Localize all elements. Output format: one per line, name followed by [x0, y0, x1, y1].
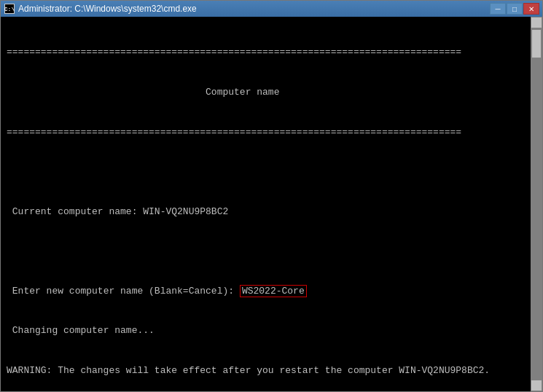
scroll-down-button[interactable]: ▼	[531, 380, 542, 391]
title-bar: C:\ Administrator: C:\Windows\system32\c…	[1, 1, 542, 17]
cmd-window: C:\ Administrator: C:\Windows\system32\c…	[0, 0, 543, 392]
title-bar-left: C:\ Administrator: C:\Windows\system32\c…	[4, 3, 197, 15]
minimize-button[interactable]: ─	[490, 3, 506, 15]
header-line: Computer name	[7, 86, 536, 99]
header-text: Computer name	[206, 87, 279, 98]
current-name-line: Current computer name: WIN-VQ2NU9P8BC2	[7, 205, 536, 219]
scrollbar-thumb[interactable]	[531, 29, 542, 58]
scroll-up-button[interactable]: ▲	[531, 17, 542, 28]
separator-bottom: ========================================…	[7, 126, 536, 139]
blank-line-2	[7, 245, 536, 258]
warning-text: WARNING: The changes will take effect af…	[7, 365, 490, 376]
window-title: Administrator: C:\Windows\system32\cmd.e…	[18, 4, 197, 14]
scrollbar-track[interactable]	[531, 28, 542, 380]
prompt-label: Enter new computer name (Blank=Cancel):	[12, 286, 240, 297]
cmd-icon-symbol: C:\	[4, 4, 15, 14]
separator-top: ========================================…	[7, 46, 536, 59]
title-bar-controls: ─ □ ✕	[490, 3, 539, 15]
computer-name-input[interactable]: WS2022-Core	[240, 285, 307, 297]
terminal-area[interactable]: ========================================…	[1, 17, 542, 391]
blank-line	[7, 165, 536, 179]
scrollbar[interactable]: ▲ ▼	[531, 17, 542, 391]
changing-line: Changing computer name...	[7, 324, 536, 337]
terminal-content: ========================================…	[7, 20, 536, 391]
changing-text: Changing computer name...	[12, 325, 155, 336]
warning-line: WARNING: The changes will take effect af…	[7, 364, 536, 377]
prompt-line: Enter new computer name (Blank=Cancel): …	[7, 285, 536, 298]
cmd-window-icon: C:\	[4, 3, 15, 15]
current-name-text: Current computer name: WIN-VQ2NU9P8BC2	[12, 206, 228, 217]
close-button[interactable]: ✕	[523, 3, 539, 15]
maximize-button[interactable]: □	[507, 3, 523, 15]
